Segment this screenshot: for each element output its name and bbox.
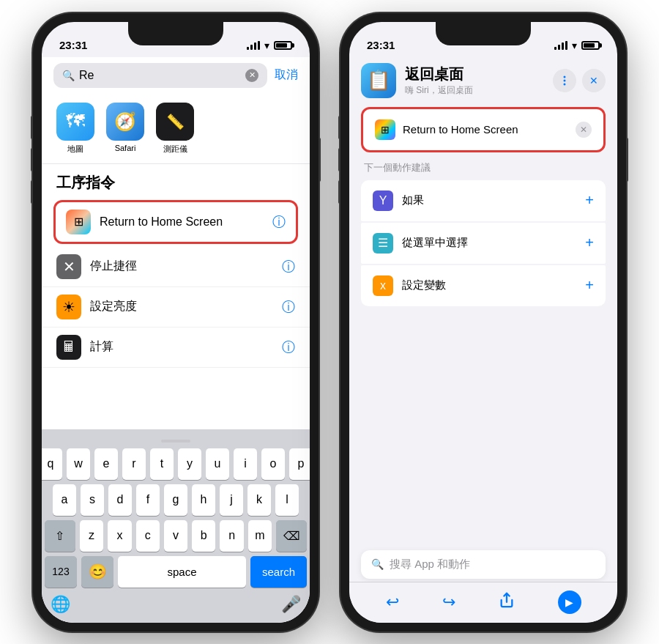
key-d[interactable]: d — [108, 484, 132, 516]
suggestion-add-1[interactable]: + — [585, 234, 594, 251]
result-item-2[interactable]: ☀ 設定亮度 ⓘ — [42, 287, 310, 327]
key-p[interactable]: p — [289, 448, 310, 480]
redo-button[interactable]: ↪ — [442, 593, 455, 612]
shortcuts-app-info: 返回桌面 嗨 Siri，返回桌面 — [405, 64, 544, 97]
shortcuts-app-name: 返回桌面 — [405, 64, 544, 84]
notch-1 — [128, 22, 223, 45]
key-l[interactable]: l — [275, 484, 299, 516]
key-e[interactable]: e — [94, 448, 118, 480]
svg-point-1 — [564, 79, 566, 81]
notch-2 — [436, 22, 531, 45]
svg-point-2 — [564, 83, 566, 85]
keyboard: q w e r t y u i o p a s d f g — [42, 429, 310, 623]
bottom-search-bar[interactable]: 🔍 搜尋 App 和動作 — [361, 550, 606, 579]
key-v[interactable]: v — [164, 520, 187, 552]
key-m[interactable]: m — [248, 520, 272, 552]
key-space[interactable]: space — [118, 556, 246, 588]
suggestion-item-2[interactable]: x 設定變數 + — [361, 265, 606, 306]
time-1: 23:31 — [59, 39, 87, 51]
key-emoji[interactable]: 😊 — [81, 556, 113, 588]
keyboard-row-1: q w e r t y u i o p — [45, 448, 307, 480]
action-remove-button[interactable]: ✕ — [576, 122, 592, 138]
close-button[interactable]: ✕ — [582, 69, 606, 92]
key-i[interactable]: i — [234, 448, 257, 480]
app-label-measure: 測距儀 — [163, 144, 187, 155]
key-c[interactable]: c — [136, 520, 160, 552]
result-info-3[interactable]: ⓘ — [282, 338, 295, 356]
shortcuts-header-buttons: ✕ — [553, 69, 606, 92]
key-s[interactable]: s — [81, 484, 104, 516]
key-k[interactable]: k — [247, 484, 271, 516]
result-item-1[interactable]: ✕ 停止捷徑 ⓘ — [42, 247, 310, 287]
share-button[interactable] — [499, 592, 515, 612]
key-g[interactable]: g — [164, 484, 187, 516]
maps-icon: 🗺 — [56, 103, 94, 141]
key-t[interactable]: t — [150, 448, 174, 480]
mic-icon[interactable]: 🎤 — [281, 595, 301, 614]
bottom-search-glass-icon: 🔍 — [371, 558, 384, 570]
key-a[interactable]: a — [53, 484, 76, 516]
key-shift[interactable]: ⇧ — [45, 520, 75, 552]
result-item-0[interactable]: ⊞ Return to Home Screen ⓘ — [53, 200, 298, 244]
result-icon-3: 🖩 — [56, 335, 81, 360]
apps-row: 🗺 地圖 🧭 Safari 📏 測距儀 — [42, 94, 310, 164]
signal-icon-1 — [247, 41, 260, 50]
key-num[interactable]: 123 — [45, 556, 77, 588]
key-q[interactable]: q — [42, 448, 62, 480]
key-n[interactable]: n — [220, 520, 243, 552]
search-glass-icon: 🔍 — [62, 70, 75, 81]
phone-1: 23:31 ▾ 🔍 Re ✕ — [33, 13, 319, 632]
cancel-button[interactable]: 取消 — [275, 67, 298, 83]
suggestion-item-0[interactable]: Y 如果 + — [361, 180, 606, 221]
app-item-maps[interactable]: 🗺 地圖 — [56, 103, 94, 155]
result-info-1[interactable]: ⓘ — [282, 258, 295, 275]
suggestion-add-2[interactable]: + — [585, 277, 594, 294]
suggestion-icon-2: x — [373, 275, 393, 296]
key-r[interactable]: r — [122, 448, 146, 480]
shortcuts-app-sub: 嗨 Siri，返回桌面 — [405, 84, 544, 97]
keyboard-bottom: 🌐 🎤 — [45, 592, 307, 620]
result-item-3[interactable]: 🖩 計算 ⓘ — [42, 327, 310, 368]
search-typed-text: Re — [79, 69, 241, 82]
app-item-safari[interactable]: 🧭 Safari — [106, 103, 144, 155]
key-x[interactable]: x — [108, 520, 131, 552]
key-w[interactable]: w — [67, 448, 90, 480]
wifi-icon-1: ▾ — [264, 40, 269, 51]
key-delete[interactable]: ⌫ — [276, 520, 307, 552]
app-item-measure[interactable]: 📏 測距儀 — [156, 103, 194, 155]
settings-button[interactable] — [553, 69, 576, 92]
suggestion-icon-0: Y — [373, 190, 393, 211]
time-2: 23:31 — [367, 39, 395, 51]
signal-icon-2 — [554, 41, 567, 50]
result-text-3: 計算 — [90, 339, 273, 355]
bottom-search-placeholder: 搜尋 App 和動作 — [390, 558, 470, 571]
key-j[interactable]: j — [220, 484, 243, 516]
result-info-2[interactable]: ⓘ — [282, 298, 295, 316]
keyboard-row-3: ⇧ z x c v b n m ⌫ — [45, 520, 307, 552]
search-bar-row: 🔍 Re ✕ 取消 — [42, 57, 310, 94]
battery-icon-2 — [581, 41, 600, 50]
suggestion-item-1[interactable]: ☰ 從選單中選擇 + — [361, 223, 606, 264]
selected-action[interactable]: ⊞ Return to Home Screen ✕ — [361, 107, 606, 152]
play-button[interactable]: ▶ — [558, 591, 581, 614]
suggestion-add-0[interactable]: + — [585, 192, 594, 209]
phone-2: 23:31 ▾ 📋 返回桌面 嗨 Siri，返回桌面 — [340, 13, 626, 632]
key-h[interactable]: h — [192, 484, 215, 516]
key-y[interactable]: y — [178, 448, 201, 480]
key-u[interactable]: u — [206, 448, 229, 480]
suggestion-text-0: 如果 — [402, 193, 576, 207]
app-label-safari: Safari — [115, 144, 136, 152]
key-z[interactable]: z — [80, 520, 103, 552]
result-icon-1: ✕ — [56, 254, 81, 279]
key-f[interactable]: f — [136, 484, 160, 516]
result-info-0[interactable]: ⓘ — [272, 213, 286, 231]
key-search[interactable]: search — [250, 556, 307, 588]
search-input-box[interactable]: 🔍 Re ✕ — [53, 63, 267, 88]
search-clear-button[interactable]: ✕ — [245, 69, 258, 82]
key-b[interactable]: b — [192, 520, 215, 552]
key-o[interactable]: o — [261, 448, 285, 480]
next-action-label: 下一個動作建議 — [349, 161, 617, 180]
suggestion-text-2: 設定變數 — [402, 278, 576, 292]
globe-icon[interactable]: 🌐 — [51, 595, 70, 614]
undo-button[interactable]: ↩ — [386, 593, 399, 612]
